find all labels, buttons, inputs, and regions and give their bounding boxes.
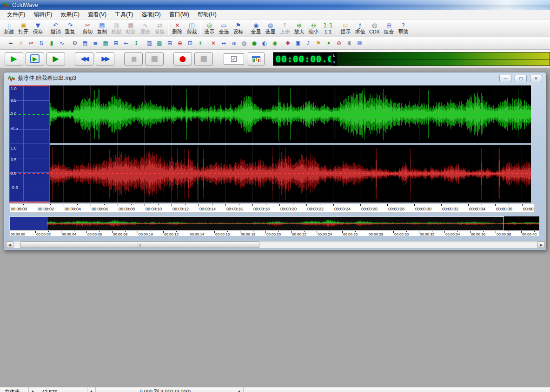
trim-button[interactable]: ◫剪裁 <box>185 20 199 36</box>
record-stop-button[interactable]: ■ <box>194 52 213 65</box>
mix-button[interactable]: ∿混音 <box>138 20 152 36</box>
effects-toolbar-button[interactable]: ← <box>121 39 131 48</box>
effects-toolbar-button[interactable]: ⇅ <box>36 39 46 48</box>
scroll-left-arrow[interactable]: ◀ <box>6 242 13 248</box>
effects-toolbar-button[interactable]: ∿ <box>57 39 67 48</box>
cue-points-button[interactable]: ≔提示 <box>338 20 353 36</box>
axis-tick <box>10 231 10 233</box>
effects-toolbar-button[interactable]: ≡ <box>90 39 100 48</box>
menu-item[interactable]: 文件(F) <box>3 10 29 20</box>
document-title-bar[interactable]: 蔡淳佳 陪我看日出.mp3 — ▢ ✕ <box>4 72 546 84</box>
rewind-button[interactable]: ◀◀ <box>75 52 93 65</box>
minimize-button[interactable]: — <box>499 75 511 82</box>
effects-toolbar-button[interactable]: ⊕ <box>175 39 185 48</box>
scroll-thumb[interactable] <box>20 242 259 248</box>
previous-button[interactable]: ↑上步 <box>278 20 292 36</box>
effects-toolbar-button[interactable]: ≋ <box>229 39 239 48</box>
zoom-1-1-button[interactable]: 1:11:1 <box>321 20 335 36</box>
effects-toolbar-button[interactable]: ━ <box>6 39 16 48</box>
redo-button[interactable]: ↷重复 <box>63 20 77 36</box>
zoom-out-button[interactable]: ⊖缩小 <box>306 20 321 36</box>
undo-button[interactable]: ↶撤消 <box>48 20 63 36</box>
effects-toolbar-button[interactable]: ✚ <box>283 39 293 48</box>
effects-toolbar-button[interactable]: ⊘ <box>334 39 344 48</box>
show-sel-button[interactable]: ◍选显 <box>263 20 278 36</box>
effects-toolbar-button[interactable]: ▥ <box>144 39 154 48</box>
fast-forward-button[interactable]: ▶▶ <box>96 52 114 65</box>
close-button[interactable]: ✕ <box>530 75 542 82</box>
effects-toolbar-button[interactable]: ♪ <box>303 39 313 48</box>
menu-item[interactable]: 帮助(H) <box>193 10 221 20</box>
effects-toolbar-button[interactable]: ⊟ <box>165 39 175 48</box>
effects-toolbar-button[interactable]: ▣ <box>293 39 303 48</box>
replace-button[interactable]: ⇄替换 <box>152 20 167 36</box>
effects-toolbar-button[interactable]: ◐ <box>259 39 270 48</box>
record-button[interactable]: ● <box>173 52 192 65</box>
save-button[interactable]: ▼保存 <box>31 20 45 36</box>
copy-button[interactable]: ▤复制 <box>95 20 109 36</box>
visual-properties-button[interactable] <box>248 52 265 65</box>
effects-toolbar-button[interactable]: ↔ <box>219 39 229 48</box>
effects-toolbar-button[interactable]: ▦ <box>100 39 111 48</box>
overview-waveform[interactable] <box>9 216 539 230</box>
zoom-in-button[interactable]: ⊕放大 <box>292 20 306 36</box>
toolbar-button-label: 选显 <box>265 29 276 35</box>
effects-toolbar-button[interactable]: ⚙ <box>70 39 80 48</box>
evaluate-button[interactable]: ƒ求值 <box>353 20 367 36</box>
cut-button[interactable]: ✂剪切 <box>80 20 95 36</box>
paste-button[interactable]: ▥粘贴 <box>109 20 124 36</box>
title-bar[interactable]: GoldWave <box>0 0 550 10</box>
effects-toolbar-button[interactable]: ✉ <box>354 39 364 48</box>
effects-toolbar-button[interactable]: ▮ <box>46 39 57 48</box>
effects-toolbar-button[interactable]: ● <box>249 39 259 48</box>
effects-toolbar-button[interactable]: ✕ <box>208 39 219 48</box>
paste-new-button[interactable]: ▦粘新 <box>124 20 138 36</box>
effects-toolbar-button[interactable]: ▤ <box>80 39 90 48</box>
waveform-view[interactable]: 1.00.50.0-0.51.00.50.0-0.5 <box>9 85 531 203</box>
effects-toolbar-button[interactable]: ✂ <box>26 39 36 48</box>
menu-item[interactable]: 工具(T) <box>111 10 137 20</box>
playback-option-checkbox[interactable]: ✓ <box>231 56 237 62</box>
menu-item[interactable]: 查看(V) <box>84 10 111 20</box>
open-button[interactable]: ▣打开 <box>16 20 31 36</box>
time-axis[interactable]: 00:00:0000:00:0200:00:0400:00:0600:00:08… <box>9 203 535 213</box>
cdx-button[interactable]: ◍CDX <box>367 20 382 36</box>
play-device-button[interactable]: ▶ <box>46 52 65 65</box>
maximize-button[interactable]: ▢ <box>515 75 527 82</box>
effects-toolbar-button[interactable]: ❋ <box>344 39 354 48</box>
time-tick-label: 00:00:08 <box>119 207 135 211</box>
horizontal-scrollbar[interactable]: ◀ ▶ <box>6 241 545 248</box>
effects-toolbar-button[interactable]: ☼ <box>16 39 26 48</box>
stop-button[interactable]: ■ <box>145 52 164 65</box>
effects-toolbar-button[interactable]: ◍ <box>239 39 249 48</box>
menu-item[interactable]: 窗口(W) <box>165 10 193 20</box>
join-button[interactable]: ⊞组合 <box>382 20 396 36</box>
new-button[interactable]: ▯新建 <box>2 20 16 36</box>
menu-item[interactable]: 效果(C) <box>56 10 84 20</box>
scroll-right-arrow[interactable]: ▶ <box>537 242 545 248</box>
help-button[interactable]: ?帮助 <box>396 20 411 36</box>
pause-button[interactable]: ▮▮ <box>124 52 143 65</box>
menu-item[interactable]: 选项(O) <box>137 10 165 20</box>
play-all-button[interactable]: ▶ <box>5 52 23 65</box>
menu-item[interactable]: 编辑(E) <box>29 10 56 20</box>
open-icon: ▣ <box>20 22 26 29</box>
effects-toolbar-button[interactable]: ✦ <box>324 39 334 48</box>
effects-toolbar-button[interactable]: ✳ <box>195 39 205 48</box>
overview-strip[interactable] <box>9 216 539 230</box>
delete-button[interactable]: ✕删除 <box>170 20 185 36</box>
show-selection-button[interactable]: ◎选示 <box>202 20 217 36</box>
show-all-button[interactable]: ◉全显 <box>249 20 263 36</box>
effects-toolbar-button[interactable]: ⊞ <box>111 39 121 48</box>
play-selection-button[interactable]: ▶ <box>26 52 44 65</box>
set-marker-button[interactable]: ⚑设标 <box>231 20 245 36</box>
effects-toolbar-button[interactable]: ⚑ <box>313 39 324 48</box>
toolbar-button-label: 设标 <box>233 29 244 35</box>
select-all-button[interactable]: ▭全选 <box>217 20 231 36</box>
axis-tick <box>61 231 61 233</box>
scroll-track[interactable] <box>13 242 537 248</box>
effects-toolbar-button[interactable]: ⊡ <box>185 39 195 48</box>
effects-toolbar-button[interactable]: ↕ <box>131 39 141 48</box>
effects-toolbar-button[interactable]: ◉ <box>270 39 280 48</box>
effects-toolbar-button[interactable]: ▩ <box>154 39 165 48</box>
